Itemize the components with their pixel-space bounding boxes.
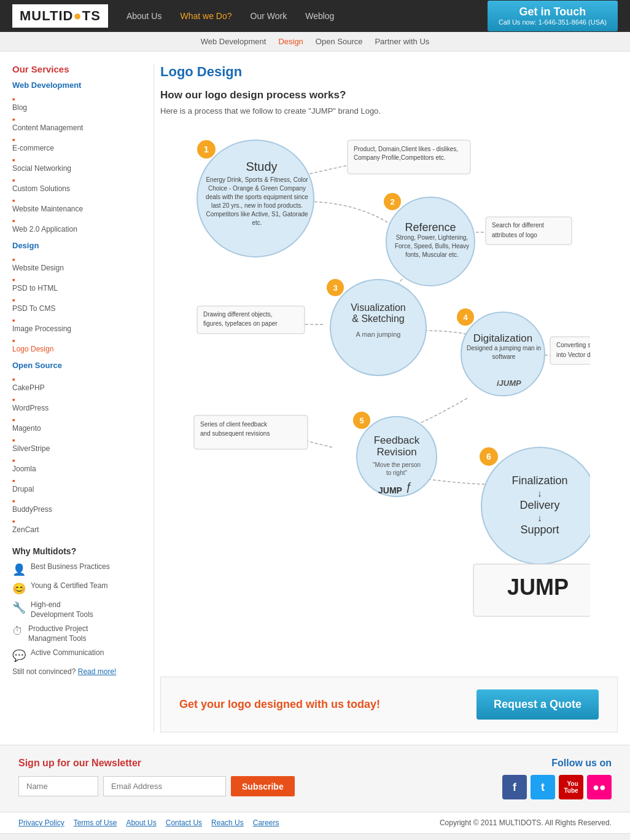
svg-text:Study: Study	[246, 160, 277, 173]
sidebar-item-silverstripe[interactable]: SilverStripe	[12, 444, 141, 453]
subnav-design[interactable]: Design	[278, 37, 303, 46]
svg-text:3: 3	[333, 283, 337, 292]
svg-rect-16	[486, 217, 572, 245]
sidebar-item-cakephp[interactable]: CakePHP	[12, 383, 141, 392]
why-item-0: 👤 Best Business Practices	[12, 562, 141, 576]
sidebar-item-buddypress[interactable]: BuddyPress	[12, 505, 141, 514]
svg-text:ƒ: ƒ	[406, 481, 412, 493]
facebook-icon[interactable]: f	[502, 775, 527, 799]
project-mgmt-icon: ⏱	[12, 625, 23, 638]
main-layout: Our Services Web Development Blog Conten…	[0, 52, 630, 745]
sidebar-item-social[interactable]: Social Networking	[12, 164, 141, 173]
sidebar-item-websitedesign[interactable]: Website Design	[12, 264, 141, 272]
sidebar-item-wordpress[interactable]: WordPress	[12, 404, 141, 412]
newsletter-form: Subscribe	[18, 776, 295, 796]
sub-nav: Web Development Design Open Source Partn…	[0, 32, 630, 52]
svg-text:Visualization: Visualization	[351, 302, 406, 313]
footer-link-reach[interactable]: Reach Us	[211, 818, 244, 827]
sidebar-item-custom[interactable]: Custom Solutions	[12, 184, 141, 193]
subnav-webdev[interactable]: Web Development	[201, 37, 266, 46]
subnav-partner[interactable]: Partner with Us	[375, 37, 429, 46]
sidebar-item-imageprocessing[interactable]: Image Processing	[12, 324, 141, 333]
request-quote-button[interactable]: Request a Quote	[476, 689, 599, 720]
communication-icon: 💬	[12, 649, 26, 662]
sidebar-design-list: Website Design PSD to HTML PSD To CMS Im…	[12, 253, 141, 355]
nav-whatwedo[interactable]: What we Do?	[180, 11, 231, 21]
svg-text:& Sketching: & Sketching	[352, 313, 404, 324]
sidebar-item-magento[interactable]: Magento	[12, 424, 141, 433]
svg-text:Company Profile,Competitors et: Company Profile,Competitors etc.	[354, 154, 446, 161]
footer-links: Privacy Policy Terms of Use About Us Con…	[0, 812, 630, 833]
svg-rect-33	[550, 337, 590, 364]
read-more-link[interactable]: Read more!	[78, 667, 117, 676]
sidebar-webdev-list: Blog Content Management E-commerce Socia…	[12, 93, 141, 235]
svg-text:attributes of logo: attributes of logo	[492, 232, 537, 238]
sidebar-item-maintenance[interactable]: Website Maintenance	[12, 205, 141, 213]
svg-text:A man jumping: A man jumping	[356, 331, 401, 338]
footer-link-careers[interactable]: Careers	[253, 818, 279, 827]
footer-link-terms[interactable]: Terms of Use	[74, 818, 117, 827]
sidebar-section-webdev: Web Development	[12, 80, 141, 90]
sidebar-section-opensource: Open Source	[12, 361, 141, 370]
why-text-4: Active Communication	[31, 648, 104, 658]
svg-text:JUMP: JUMP	[378, 485, 402, 495]
logo: MULTID●TS	[12, 4, 108, 28]
youtube-icon[interactable]: YouTube	[559, 775, 583, 799]
name-input[interactable]	[18, 776, 98, 796]
main-nav: About Us What we Do? Our Work Weblog	[126, 11, 488, 21]
svg-line-4	[308, 441, 332, 447]
sidebar-item-logodesign[interactable]: Logo Design	[12, 345, 141, 353]
sidebar-item-ecommerce[interactable]: E-commerce	[12, 144, 141, 152]
svg-text:Finalization: Finalization	[511, 474, 567, 487]
sidebar-section-design: Design	[12, 241, 141, 250]
svg-text:into Vector design: into Vector design	[556, 351, 590, 358]
why-item-2: 🔧 High-endDevelopment Tools	[12, 600, 141, 619]
get-in-touch-button[interactable]: Get in Touch Call Us now: 1-646-351-8646…	[488, 1, 618, 32]
process-title: How our logo design process works?	[160, 89, 618, 101]
sidebar-item-psdtocms[interactable]: PSD To CMS	[12, 304, 141, 313]
svg-text:Product, Domain,Client likes -: Product, Domain,Client likes - dislikes,	[354, 146, 458, 152]
svg-text:to right": to right"	[386, 469, 408, 476]
why-text-0: Best Business Practices	[31, 562, 110, 572]
nav-ourwork[interactable]: Our Work	[251, 11, 287, 21]
svg-text:Search for different: Search for different	[492, 222, 544, 229]
footer-link-about[interactable]: About Us	[126, 818, 156, 827]
footer-link-contact[interactable]: Contact Us	[166, 818, 202, 827]
sidebar-item-cms[interactable]: Content Management	[12, 124, 141, 132]
svg-text:"Move the person: "Move the person	[373, 461, 421, 468]
sidebar-item-psdtohtml[interactable]: PSD to HTML	[12, 284, 141, 292]
svg-text:figures, typefaces on paper: figures, typefaces on paper	[203, 320, 278, 327]
cta-section: Get your logo designed with us today! Re…	[160, 677, 618, 732]
process-desc: Here is a process that we follow to crea…	[160, 106, 618, 116]
twitter-icon[interactable]: t	[531, 775, 555, 799]
svg-text:Support: Support	[520, 524, 559, 536]
social-icons: f t YouTube ●●	[502, 775, 612, 799]
svg-text:Drawing different objects,: Drawing different objects,	[203, 311, 273, 318]
svg-text:and subsequent revisions: and subsequent revisions	[200, 430, 270, 437]
subscribe-button[interactable]: Subscribe	[231, 776, 295, 796]
why-item-3: ⏱ Productive ProjectManagment Tools	[12, 624, 141, 643]
sidebar-item-drupal[interactable]: Drupal	[12, 485, 141, 493]
email-input[interactable]	[103, 776, 226, 796]
sidebar-item-joomla[interactable]: Joomla	[12, 465, 141, 473]
svg-text:↓: ↓	[537, 512, 542, 523]
newsletter-section: Sign up for our Newsletter Subscribe	[18, 758, 295, 796]
why-title: Why Multidots?	[12, 546, 141, 556]
cta-text: Get your logo designed with us today!	[179, 698, 380, 711]
sidebar-item-zencart[interactable]: ZenCart	[12, 525, 141, 534]
best-practices-icon: 👤	[12, 563, 26, 576]
subnav-opensource[interactable]: Open Source	[316, 37, 363, 46]
footer-link-privacy[interactable]: Privacy Policy	[18, 818, 64, 827]
svg-text:↓: ↓	[537, 488, 542, 498]
why-section: Why Multidots? 👤 Best Business Practices…	[12, 546, 141, 676]
sidebar-item-web2[interactable]: Web 2.0 Application	[12, 225, 141, 234]
svg-text:Revision: Revision	[376, 446, 416, 458]
follow-section: Follow us on f t YouTube ●●	[502, 758, 612, 799]
svg-text:Digitalization: Digitalization	[473, 332, 532, 344]
page-title: Logo Design	[160, 64, 618, 80]
nav-weblog[interactable]: Weblog	[305, 11, 334, 21]
flickr-icon[interactable]: ●●	[587, 775, 612, 799]
sidebar-item-blog[interactable]: Blog	[12, 103, 141, 112]
nav-about[interactable]: About Us	[126, 11, 162, 21]
read-more: Still not convinced? Read more!	[12, 667, 141, 676]
